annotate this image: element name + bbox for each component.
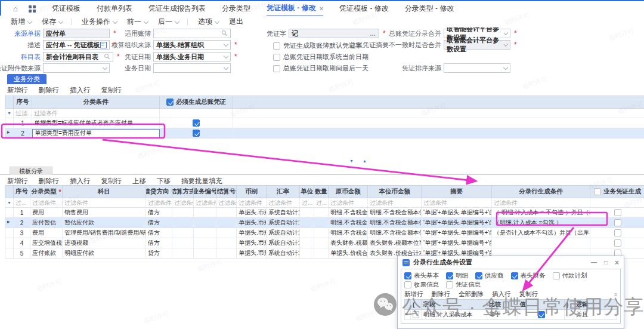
unchecked-checkbox[interactable] xyxy=(614,209,621,216)
cell-account[interactable]: 进项税额 xyxy=(63,238,146,248)
col-classification-condition[interactable]: 分类条件 xyxy=(32,96,160,108)
insert-row-button[interactable]: 插入行 xyxy=(70,86,91,95)
cell-amount[interactable]: 明细.不含税金额 xyxy=(329,228,368,238)
cell-rate[interactable]: 系统自动计算 xyxy=(267,208,300,217)
cell-settle-method[interactable] xyxy=(172,228,194,238)
cell-unit[interactable] xyxy=(300,218,314,227)
dialog-titlebar[interactable]: 分录行生成条件设置 — □ × xyxy=(398,256,624,269)
sort-source-select[interactable] xyxy=(444,63,510,73)
home-icon[interactable]: ⌂ xyxy=(11,4,20,13)
cell-settle-no[interactable] xyxy=(216,228,237,238)
cell-seq[interactable]: 5 xyxy=(14,248,30,258)
account-table-label[interactable]: 科目表 xyxy=(21,52,41,62)
cell-business-voucher[interactable] xyxy=(590,238,644,248)
checked-checkbox[interactable] xyxy=(511,272,518,279)
col-summary[interactable]: 摘要 xyxy=(422,186,492,198)
col-seq[interactable]: 序号 xyxy=(14,96,32,108)
tab-voucher-template-edit-active[interactable]: 凭证模板 - 修改 × xyxy=(267,1,323,17)
col-entry-type[interactable]: 分录类型* xyxy=(30,186,63,198)
cell-summary[interactable]: '单据'+单据头.单据编号+'的应付单' xyxy=(422,238,492,248)
cell-direction[interactable]: 借方 xyxy=(146,238,172,248)
minimize-icon[interactable]: — xyxy=(591,259,597,266)
close-icon[interactable]: × xyxy=(615,259,619,267)
cell-summary[interactable]: '单据'+单据头.单据编号+'的应付单' xyxy=(422,218,492,227)
cell-currency[interactable]: 单据头.币别 xyxy=(237,218,267,227)
cell-qty[interactable] xyxy=(314,208,329,217)
cell-entry-type[interactable]: 费用 xyxy=(30,228,63,238)
voucher-word-field[interactable]: 记… xyxy=(289,29,379,38)
tab-voucher-template[interactable]: 凭证模板 xyxy=(52,1,80,16)
unchecked-checkbox[interactable] xyxy=(614,239,621,247)
cell-rate[interactable]: 系统自动计算 xyxy=(267,228,300,238)
biz-date-select[interactable] xyxy=(153,63,231,73)
cell-entry-type[interactable]: 应交增值税（进项） xyxy=(30,238,63,248)
unchecked-checkbox[interactable] xyxy=(446,281,453,288)
cell-condition[interactable]: （ 明细.计入成本 = 不勾选 ）并且（出库单号不为空） xyxy=(492,208,590,217)
business-operation-button[interactable]: 业务操作 xyxy=(82,17,117,27)
cell-entry-type[interactable]: 费用 xyxy=(30,208,63,217)
table-row[interactable]: 2 应付暂估 暂估应付款 借方 单据头.币别 系统自动计算 明细.不含税金额 明… xyxy=(5,218,644,228)
entries-filter-row[interactable]: ▼ 过... 过滤条件 过滤条件 过滤条件 过滤条件 过滤条件 过滤条件 过滤条… xyxy=(5,198,644,208)
unchecked-checkbox[interactable] xyxy=(614,219,621,226)
add-row-button[interactable]: 新增行 xyxy=(7,86,28,95)
col-debit-credit[interactable]: 借贷方向* xyxy=(146,186,172,198)
cell-seq[interactable]: 3 xyxy=(14,228,30,238)
field-group-checkbox[interactable]: 付款计划 xyxy=(553,272,587,280)
move-down-button[interactable]: 下移 xyxy=(157,177,171,186)
cell-business-voucher[interactable] xyxy=(590,208,644,217)
col-settle-no[interactable]: 结算号 xyxy=(216,186,237,198)
insert-row-button[interactable]: 插入行 xyxy=(70,177,91,186)
panel-splitter[interactable] xyxy=(0,174,644,175)
cell-direction[interactable]: 借方 xyxy=(146,218,172,227)
cell-biz-no[interactable] xyxy=(194,248,216,258)
cell-entry-type[interactable]: 应付暂估 xyxy=(30,218,63,227)
cell-amount[interactable]: 单据头.价税合计 xyxy=(329,248,368,258)
next-button[interactable]: 后一 xyxy=(158,17,179,27)
cell-condition[interactable]: （明细.计入成本 =勾选 ） xyxy=(492,218,590,227)
col-business-voucher[interactable]: 业务凭证生成 xyxy=(590,186,644,198)
previous-button[interactable]: 前一 xyxy=(127,17,148,27)
add-button[interactable]: 新增 xyxy=(11,17,32,27)
field-group-checkbox[interactable]: 凭证信息 xyxy=(446,281,481,289)
cell-settle-method[interactable] xyxy=(172,238,194,248)
unchecked-checkbox[interactable] xyxy=(273,65,280,72)
add-row-button[interactable]: 新增行 xyxy=(7,177,28,186)
cell-summary[interactable]: '单据'+单据头.单据编号+'的应付单' xyxy=(422,208,492,217)
checked-checkbox[interactable] xyxy=(404,272,411,279)
cell-rate[interactable]: 系统自动计算 xyxy=(267,218,300,227)
cell-entry-type[interactable]: 应付账款 xyxy=(30,248,63,258)
cell-unit[interactable] xyxy=(300,228,314,238)
merge-summary-select[interactable]: 取智能会计平台参数设置 xyxy=(444,40,510,50)
cell-biz-no[interactable] xyxy=(194,238,216,248)
col-original-amount[interactable]: 原币金额 xyxy=(329,186,368,198)
copy-row-button[interactable]: 复制行 xyxy=(101,177,122,186)
move-up-button[interactable]: 上移 xyxy=(132,177,146,186)
tab-voucher-report-list[interactable]: 凭证生成报告列表 xyxy=(148,1,206,16)
cell-currency[interactable]: 单据头.币别 xyxy=(237,248,267,258)
checked-checkbox[interactable] xyxy=(166,99,174,106)
apply-book-field[interactable] xyxy=(153,29,231,38)
col-exchange-rate[interactable]: 汇率 xyxy=(267,186,300,198)
delete-row-button[interactable]: 删除行 xyxy=(39,86,60,95)
tab-business-classification[interactable]: 业务分类 xyxy=(7,74,47,84)
cell-seq[interactable]: 4 xyxy=(14,238,30,248)
cell-settle-no[interactable] xyxy=(216,208,237,217)
field-group-checkbox[interactable]: 收票信息 xyxy=(404,281,439,289)
checked-checkbox[interactable] xyxy=(475,272,482,279)
checked-checkbox[interactable] xyxy=(193,119,200,127)
cell-unit[interactable] xyxy=(300,248,314,258)
tab-entry-type-edit[interactable]: 分录类型 - 修改 xyxy=(405,1,454,16)
cell-condition[interactable]: （是否计入成本不勾选）并且（出库单号为空） xyxy=(492,228,590,238)
cell-qty[interactable] xyxy=(314,228,329,238)
more-icon[interactable]: … xyxy=(370,30,376,37)
cell-settle-method[interactable] xyxy=(172,218,194,227)
tab-voucher-template-edit-2[interactable]: 凭证模板 - 修改 xyxy=(339,1,389,16)
col-biz-no[interactable]: 业务编号 xyxy=(194,186,216,198)
cell-account[interactable]: 管理费用/销售费用/制造费用/研发支出 xyxy=(63,228,146,238)
checked-checkbox[interactable] xyxy=(446,272,453,279)
cell-biz-no[interactable] xyxy=(194,208,216,217)
col-currency[interactable]: 币别 xyxy=(237,186,267,198)
cell-condition[interactable]: 单据类型=费用应付单 xyxy=(32,129,160,138)
search-icon[interactable] xyxy=(104,54,110,60)
gl-date-period-end-checkbox[interactable]: 总账凭证日期取期间最后一天 xyxy=(273,64,369,73)
